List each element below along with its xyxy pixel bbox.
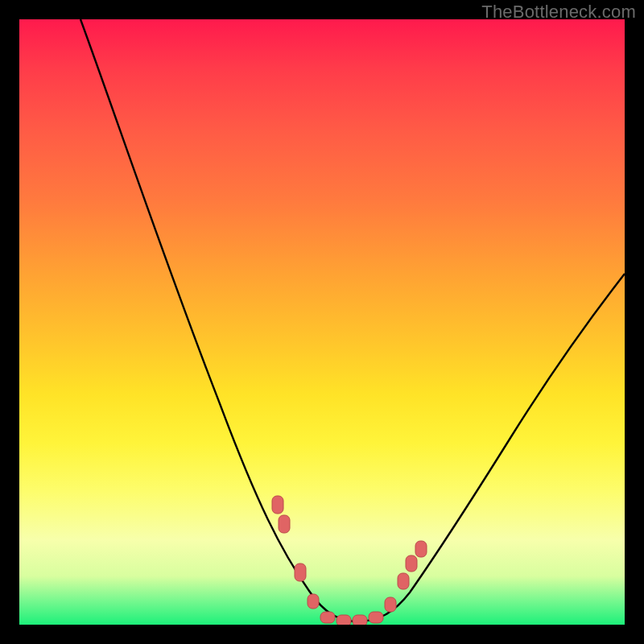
bead (406, 555, 417, 572)
chart-area (19, 19, 625, 625)
bead (336, 615, 351, 625)
bead (353, 615, 367, 625)
curve-left-arm (80, 19, 357, 621)
bead (320, 612, 335, 623)
bead (369, 612, 383, 623)
bead (295, 564, 306, 581)
bottleneck-curve (19, 19, 625, 625)
watermark-text: TheBottleneck.com (481, 2, 636, 23)
curve-right-arm (357, 274, 625, 621)
bead (398, 573, 409, 589)
bead (415, 541, 427, 557)
bead (308, 594, 319, 609)
bead (272, 496, 283, 514)
marker-beads (272, 496, 427, 625)
bead (279, 515, 290, 533)
bead (385, 597, 396, 612)
